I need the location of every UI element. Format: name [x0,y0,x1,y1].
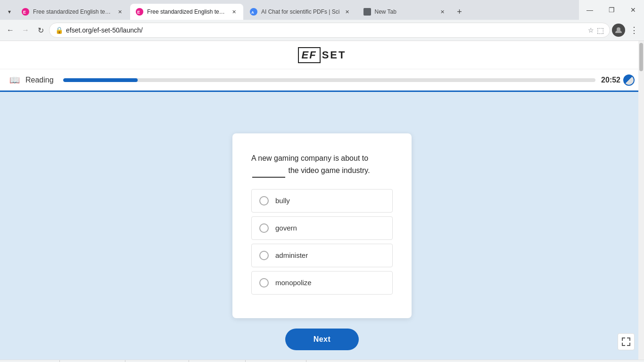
radio-govern[interactable] [259,223,269,233]
tab-favicon-3: A [250,8,257,16]
quiz-card: A new gaming company is about to the vid… [232,133,412,318]
expand-icon[interactable] [618,333,635,350]
timer-icon [623,74,635,86]
efset-logo: EF SET [298,47,347,63]
tab-title-3: AI Chat for scientific PDFs | Sci [261,8,340,15]
browser-tab-1[interactable]: E Free standardized English test c ✕ [16,4,129,20]
radio-bully[interactable] [259,196,269,206]
tab-title-1: Free standardized English test c [33,8,112,15]
tab-close-4[interactable]: ✕ [439,8,446,16]
menu-button[interactable]: ⋮ [627,24,640,37]
radio-administer[interactable] [259,251,269,260]
address-text[interactable]: efset.org/ef-set-50/launch/ [66,26,585,34]
option-monopolize[interactable]: monopolize [251,271,393,295]
option-label-administer: administer [275,251,308,259]
star-icon[interactable]: ☆ [588,26,594,34]
status-item-maryland: 🇺🇸 Maryland: 3:25 am [60,360,125,362]
browser-tab-3[interactable]: A AI Chat for scientific PDFs | Sci ✕ [244,4,357,20]
next-button-container: Next [0,329,644,350]
tab-close-2[interactable]: ✕ [230,8,238,16]
svg-text:A: A [251,10,254,14]
status-item-oxford: 🇬🇧 Oxford: 7:25 am [0,360,60,362]
option-label-bully: bully [275,197,290,205]
scrollbar-thumb[interactable] [639,43,643,71]
next-button[interactable]: Next [285,329,359,350]
profile-button[interactable] [612,24,625,37]
reload-button[interactable]: ↻ [34,24,47,37]
back-button[interactable]: ← [4,24,17,37]
close-button[interactable]: ✕ [622,2,644,17]
option-label-govern: govern [275,224,297,232]
tab-favicon-2: E [136,8,143,16]
minimize-button[interactable]: — [579,2,601,17]
option-administer[interactable]: administer [251,244,393,267]
svg-text:E: E [137,10,140,14]
option-label-monopolize: monopolize [275,279,312,287]
option-govern[interactable]: govern [251,216,393,240]
quiz-question: A new gaming company is about to the vid… [251,152,393,177]
tab-title-4: New Tab [375,8,435,15]
tab-favicon-4 [363,8,371,16]
lock-icon: 🔒 [55,26,63,34]
status-item-cairo: 🇪🇬 Cairo: 9:25 am [189,360,246,362]
status-bar: 🇬🇧 Oxford: 7:25 am 🇺🇸 Maryland: 3:25 am … [0,360,644,362]
browser-tab-2[interactable]: E Free standardized English test c ✕ [130,4,243,20]
new-tab-button[interactable]: + [453,5,466,18]
progress-bar-fill [63,78,138,82]
option-bully[interactable]: bully [251,189,393,213]
status-item-dubai: 🇦🇪 Dubai: 11:25 am [246,360,306,362]
browser-tab-4[interactable]: New Tab ✕ [358,4,452,20]
tab-close-1[interactable]: ✕ [116,8,124,16]
extensions-icon[interactable]: ⬚ [597,26,604,35]
timer: 20:52 [601,74,635,86]
efset-header: EF SET [0,41,644,69]
maximize-button[interactable]: ❐ [601,2,622,17]
section-label: Reading [25,76,54,84]
progress-area: 📖 Reading 20:52 [0,69,644,92]
svg-text:E: E [23,10,26,14]
forward-button[interactable]: → [19,24,32,37]
tab-dropdown[interactable]: ▾ [4,5,15,18]
radio-monopolize[interactable] [259,278,269,288]
status-item-muscat: 🇴🇲 Muscat: 11:25 am [125,360,189,362]
reading-icon: 📖 [9,75,20,85]
progress-bar [63,78,595,82]
tab-title-2: Free standardized English test c [147,8,226,15]
options-list: bully govern administer monopolize [251,189,393,295]
tab-close-3[interactable]: ✕ [344,8,351,16]
scrollbar[interactable] [638,41,644,360]
tab-favicon-1: E [22,8,29,16]
timer-text: 20:52 [601,76,620,84]
quiz-container: A new gaming company is about to the vid… [0,92,644,360]
